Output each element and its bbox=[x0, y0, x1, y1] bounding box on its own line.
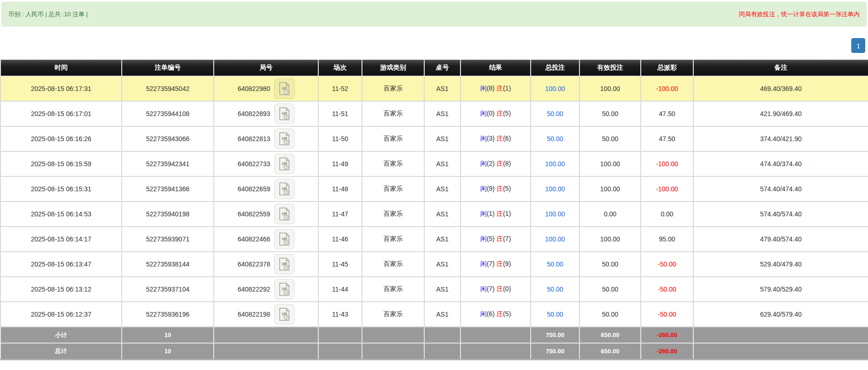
total-bet-link[interactable]: 50.00 bbox=[547, 311, 563, 318]
cell-time: 2025-08-15 06:13:47 bbox=[0, 252, 122, 277]
cell-result: 闲(6) 庄(5) bbox=[460, 302, 531, 327]
cell-remark: 421.90/469.40 bbox=[693, 101, 868, 126]
cell-game-type: 百家乐 bbox=[362, 252, 424, 277]
summary-empty-cell bbox=[424, 343, 460, 359]
video-replay-button[interactable] bbox=[274, 279, 295, 299]
result-banker-label: 庄 bbox=[496, 285, 503, 292]
summary-empty-cell bbox=[318, 327, 362, 343]
column-header-session: 场次 bbox=[318, 59, 362, 76]
cell-game-type: 百家乐 bbox=[362, 176, 424, 201]
cell-result: 闲(8) 庄(1) bbox=[460, 76, 531, 101]
video-replay-button[interactable] bbox=[274, 154, 295, 174]
cell-time: 2025-08-15 06:14:53 bbox=[0, 201, 122, 227]
result-banker-score: (0) bbox=[503, 285, 511, 292]
video-icon bbox=[278, 132, 290, 146]
cell-payout: -100.00 bbox=[641, 176, 693, 201]
table-row: 2025-08-15 06:14:53 522735940198 6408225… bbox=[0, 201, 868, 227]
cell-table-no: AS1 bbox=[424, 151, 460, 176]
result-player-score: (8) bbox=[487, 84, 494, 92]
cell-table-no: AS1 bbox=[424, 126, 460, 151]
round-no-text: 640822659 bbox=[237, 185, 270, 193]
video-replay-button[interactable] bbox=[274, 229, 295, 249]
cell-valid-bet: 100.00 bbox=[579, 151, 641, 176]
cell-time: 2025-08-15 06:14:17 bbox=[0, 227, 122, 252]
cell-game-type: 百家乐 bbox=[362, 302, 424, 327]
cell-valid-bet: 100.00 bbox=[579, 76, 641, 101]
cell-session: 11-49 bbox=[318, 151, 362, 176]
result-banker-score: (1) bbox=[503, 84, 511, 92]
total-bet-link[interactable]: 100.00 bbox=[545, 210, 565, 218]
total-bet-link[interactable]: 100.00 bbox=[545, 235, 565, 243]
cell-round-no: 640822659 bbox=[214, 176, 318, 201]
round-no-text: 640822559 bbox=[237, 210, 270, 218]
cell-round-no: 640822733 bbox=[214, 151, 318, 176]
cell-result: 闲(0) 庄(5) bbox=[460, 101, 531, 126]
table-row: 2025-08-15 06:17:01 522735944108 6408228… bbox=[0, 101, 868, 126]
video-icon bbox=[278, 182, 290, 196]
video-icon bbox=[278, 157, 290, 171]
cell-round-no: 640822198 bbox=[214, 302, 318, 327]
video-icon bbox=[278, 207, 290, 221]
table-row: 2025-08-15 06:17:31 522735945042 6408229… bbox=[0, 76, 868, 101]
video-replay-button[interactable] bbox=[274, 129, 295, 149]
column-header-remark: 备注 bbox=[693, 59, 868, 76]
total-bet-link[interactable]: 100.00 bbox=[545, 185, 565, 193]
cell-valid-bet: 50.00 bbox=[579, 101, 641, 126]
total-bet-link[interactable]: 50.00 bbox=[547, 286, 563, 293]
result-banker-label: 庄 bbox=[496, 235, 503, 242]
video-replay-button[interactable] bbox=[274, 254, 295, 274]
cell-total-bet: 100.00 bbox=[531, 176, 579, 201]
cell-bet-id: 522735940198 bbox=[122, 201, 214, 227]
result-banker-score: (5) bbox=[503, 185, 511, 192]
cell-payout: -100.00 bbox=[641, 76, 693, 101]
cell-time: 2025-08-15 06:12:37 bbox=[0, 302, 122, 327]
total-bet-link[interactable]: 50.00 bbox=[547, 110, 563, 117]
video-replay-button[interactable] bbox=[274, 204, 295, 224]
cell-round-no: 640822893 bbox=[214, 101, 318, 126]
cell-valid-bet: 100.00 bbox=[579, 176, 641, 201]
cell-session: 11-48 bbox=[318, 176, 362, 201]
cell-time: 2025-08-15 06:15:31 bbox=[0, 176, 122, 201]
column-header-result: 结果 bbox=[460, 59, 531, 76]
cell-valid-bet: 50.00 bbox=[579, 302, 641, 327]
result-player-label: 闲 bbox=[480, 235, 487, 242]
cell-bet-id: 522735938144 bbox=[122, 252, 214, 277]
cell-result: 闲(9) 庄(5) bbox=[460, 176, 531, 201]
cell-table-no: AS1 bbox=[424, 277, 460, 302]
cell-valid-bet: 0.00 bbox=[579, 201, 641, 227]
cell-bet-id: 522735936196 bbox=[122, 302, 214, 327]
result-banker-label: 庄 bbox=[496, 84, 503, 92]
total-bet-link[interactable]: 100.00 bbox=[545, 85, 565, 92]
video-replay-button[interactable] bbox=[274, 104, 295, 124]
result-banker-label: 庄 bbox=[496, 260, 503, 267]
summary-label: 小计 bbox=[0, 327, 122, 343]
summary-empty-cell bbox=[424, 327, 460, 343]
result-banker-score: (8) bbox=[503, 160, 511, 167]
cell-game-type: 百家乐 bbox=[362, 151, 424, 176]
video-replay-button[interactable] bbox=[274, 179, 295, 199]
total-bet-link[interactable]: 100.00 bbox=[545, 160, 565, 168]
result-banker-label: 庄 bbox=[496, 210, 503, 217]
page-1-button[interactable]: 1 bbox=[851, 38, 865, 53]
summary-empty-cell bbox=[693, 343, 868, 359]
result-banker-score: (5) bbox=[503, 110, 511, 117]
cell-payout: 95.00 bbox=[641, 227, 693, 252]
result-player-score: (7) bbox=[487, 285, 494, 292]
total-bet-link[interactable]: 50.00 bbox=[547, 135, 563, 143]
cell-session: 11-43 bbox=[318, 302, 362, 327]
cell-total-bet: 50.00 bbox=[531, 101, 579, 126]
result-player-score: (5) bbox=[487, 235, 494, 242]
video-replay-button[interactable] bbox=[274, 78, 295, 99]
result-player-label: 闲 bbox=[480, 310, 487, 318]
video-replay-button[interactable] bbox=[274, 304, 295, 325]
cell-round-no: 640822559 bbox=[214, 201, 318, 227]
cell-result: 闲(2) 庄(8) bbox=[460, 151, 531, 176]
cell-total-bet: 100.00 bbox=[531, 151, 579, 176]
bet-records-table: 时间注单编号局号场次游戏类别桌号结果总投注有效投注总派彩备注 2025-08-1… bbox=[0, 59, 868, 360]
summary-row: 小计10750.00650.00-260.00 bbox=[0, 327, 868, 343]
summary-label: 总计 bbox=[0, 343, 122, 359]
cell-remark: 469.40/369.40 bbox=[693, 76, 868, 101]
total-bet-link[interactable]: 50.00 bbox=[547, 260, 563, 268]
cell-bet-id: 522735944108 bbox=[122, 101, 214, 126]
cell-bet-id: 522735941366 bbox=[122, 176, 214, 201]
